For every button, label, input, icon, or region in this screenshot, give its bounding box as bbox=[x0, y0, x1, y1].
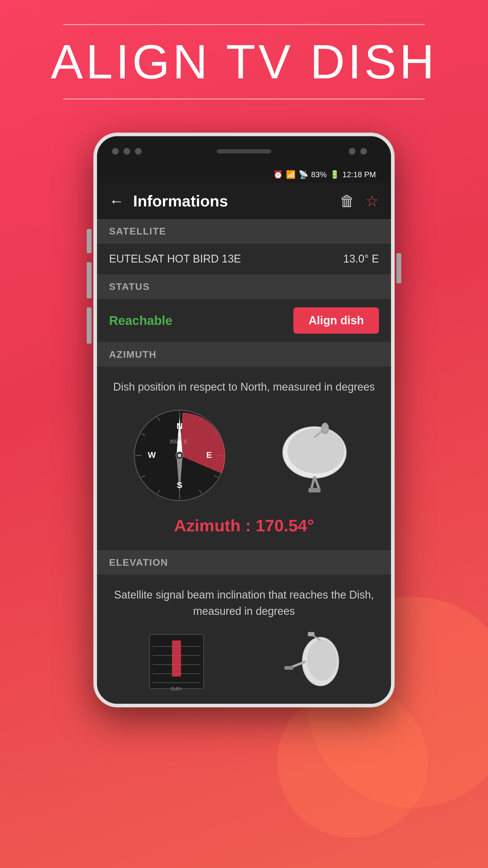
compass-svg: N S W E 0 5 355 bbox=[131, 407, 228, 504]
elevation-dish-svg bbox=[281, 631, 341, 692]
alarm-icon: ⏰ bbox=[273, 170, 283, 179]
compass: N S W E 0 5 355 bbox=[131, 407, 228, 504]
dish-svg bbox=[272, 413, 357, 498]
power-button bbox=[396, 253, 401, 283]
azimuth-value: Azimuth : 170.54° bbox=[109, 516, 379, 535]
sensor-dot-1 bbox=[349, 148, 355, 155]
back-button[interactable]: ← bbox=[109, 192, 124, 210]
volume-up-button bbox=[87, 229, 92, 253]
top-bar: ← Informations 🗑 ☆ bbox=[97, 183, 391, 219]
dish-visual bbox=[272, 413, 357, 498]
camera-dots bbox=[112, 148, 141, 155]
volume-down-button bbox=[87, 262, 92, 299]
sensor-dot-2 bbox=[360, 148, 367, 155]
camera-dot-1 bbox=[112, 148, 119, 155]
svg-text:0: 0 bbox=[178, 435, 181, 441]
svg-text:S: S bbox=[177, 480, 183, 490]
elevation-content: Satellite signal beam inclination that r… bbox=[97, 575, 391, 704]
svg-rect-30 bbox=[308, 488, 321, 493]
header-line-top bbox=[63, 24, 425, 25]
header-line-bottom bbox=[63, 98, 425, 99]
svg-text:ELEV: ELEV bbox=[171, 686, 182, 691]
svg-text:E: E bbox=[206, 450, 212, 460]
svg-rect-37 bbox=[172, 641, 181, 677]
status-section-header: STATUS bbox=[97, 275, 391, 299]
svg-text:5: 5 bbox=[184, 439, 187, 444]
battery-icon: 🔋 bbox=[330, 170, 339, 179]
camera-dot-2 bbox=[124, 148, 130, 155]
svg-rect-44 bbox=[308, 632, 315, 636]
satellite-position: 13.0° E bbox=[344, 253, 379, 265]
phone-bezel-top bbox=[97, 136, 391, 166]
satellite-info-row: EUTELSAT HOT BIRD 13E 13.0° E bbox=[97, 244, 391, 275]
status-icons: ⏰ 📶 📡 83% 🔋 12:18 PM bbox=[273, 170, 376, 179]
svg-point-40 bbox=[307, 640, 337, 681]
phone-mockup: ⏰ 📶 📡 83% 🔋 12:18 PM ← Informations 🗑 ☆ … bbox=[93, 133, 395, 707]
svg-text:355: 355 bbox=[170, 439, 178, 444]
page-title: ALIGN TV DISH bbox=[51, 34, 437, 90]
app-content: ← Informations 🗑 ☆ SATELLITE EUTELSAT HO… bbox=[97, 183, 391, 704]
phone-frame: ⏰ 📶 📡 83% 🔋 12:18 PM ← Informations 🗑 ☆ … bbox=[93, 133, 395, 707]
status-bar: ⏰ 📶 📡 83% 🔋 12:18 PM bbox=[97, 166, 391, 183]
wifi-icon: 📶 bbox=[286, 170, 295, 179]
action-icons: 🗑 ☆ bbox=[340, 192, 379, 210]
elevation-dish-visual bbox=[281, 631, 341, 692]
svg-text:N: N bbox=[176, 421, 183, 431]
bg-decoration-2 bbox=[277, 687, 428, 838]
screen-title: Informations bbox=[133, 192, 340, 210]
azimuth-section-header: AZIMUTH bbox=[97, 342, 391, 367]
svg-rect-42 bbox=[284, 666, 293, 670]
satellite-name: EUTELSAT HOT BIRD 13E bbox=[109, 253, 241, 265]
azimuth-content: Dish position in respect to North, measu… bbox=[97, 367, 391, 550]
azimuth-description: Dish position in respect to North, measu… bbox=[109, 379, 379, 395]
sensor-dots bbox=[349, 148, 367, 155]
elevation-description: Satellite signal beam inclination that r… bbox=[109, 587, 379, 619]
svg-point-16 bbox=[178, 454, 181, 457]
svg-text:W: W bbox=[148, 450, 156, 460]
clock: 12:18 PM bbox=[343, 170, 376, 179]
camera-dot-3 bbox=[135, 148, 141, 155]
silent-button bbox=[87, 307, 92, 344]
reachable-label: Reachable bbox=[109, 313, 172, 328]
align-dish-button[interactable]: Align dish bbox=[293, 307, 379, 334]
elevation-gauge: ELEV bbox=[147, 631, 207, 692]
svg-point-29 bbox=[321, 423, 329, 434]
satellite-section-header: SATELLITE bbox=[97, 219, 391, 244]
battery-percent: 83% bbox=[311, 170, 327, 179]
favorite-button[interactable]: ☆ bbox=[365, 192, 379, 210]
elevation-gauge-svg: ELEV bbox=[147, 631, 207, 692]
delete-button[interactable]: 🗑 bbox=[340, 192, 355, 210]
azimuth-visuals: N S W E 0 5 355 bbox=[109, 407, 379, 504]
header-area: ALIGN TV DISH bbox=[0, 0, 488, 108]
signal-icon: 📡 bbox=[298, 170, 308, 179]
status-row: Reachable Align dish bbox=[97, 299, 391, 342]
elevation-visuals: ELEV bbox=[109, 631, 379, 692]
elevation-section-header: ELEVATION bbox=[97, 550, 391, 575]
speaker bbox=[217, 149, 271, 153]
